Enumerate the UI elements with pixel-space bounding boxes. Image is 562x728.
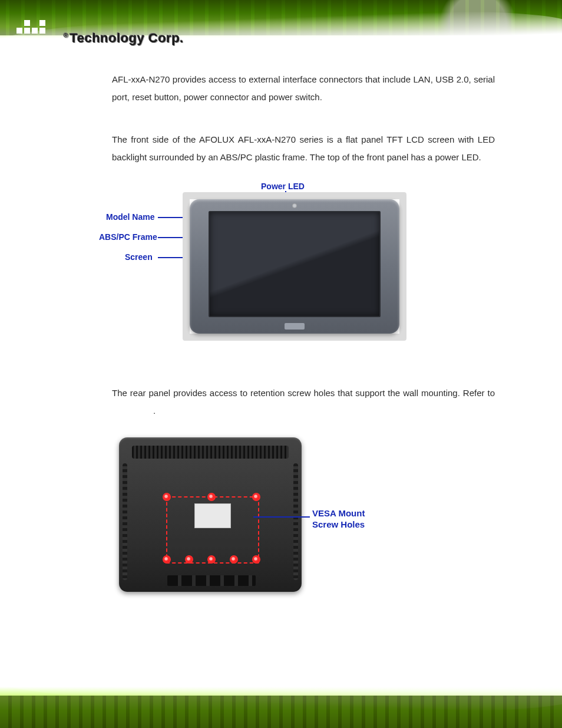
device-badge — [285, 323, 305, 330]
callout-vesa-line1: VESA Mount — [312, 508, 365, 518]
brand-name: ®Technology Corp. — [64, 31, 184, 46]
front-panel-figure: Power LED Model Name ABS/PC Frame Screen — [112, 184, 495, 349]
rear-panel-figure: VESA Mount Screw Holes — [112, 437, 495, 614]
footer-banner — [0, 669, 562, 728]
front-panel-paragraph: The front side of the AFOLUX AFL-xxA-N27… — [112, 131, 495, 166]
device-screen — [209, 211, 381, 317]
callout-vesa-line2: Screw Holes — [312, 519, 365, 529]
screw-hole-icon — [207, 555, 216, 564]
callout-screen: Screen — [125, 252, 153, 262]
front-panel-illustration — [183, 192, 406, 341]
screw-hole-icon — [163, 555, 171, 564]
screw-hole-icon — [252, 555, 260, 564]
screw-hole-icon — [207, 493, 216, 501]
body-content: AFL-xxA-N270 provides access to external… — [112, 71, 495, 638]
vent-strip — [132, 446, 289, 459]
brand-logo — [16, 20, 45, 34]
header-banner: ®Technology Corp. — [0, 0, 562, 59]
screw-hole-icon — [252, 493, 260, 501]
io-ports — [167, 575, 256, 586]
screw-hole-icon — [185, 555, 193, 564]
spec-label — [194, 503, 231, 528]
rear-paragraph-text: The rear panel provides access to retent… — [112, 388, 495, 398]
callout-vesa: VESA Mount Screw Holes — [312, 508, 365, 531]
power-led-icon — [292, 203, 297, 208]
rear-panel-paragraph: The rear panel provides access to retent… — [112, 384, 495, 420]
callout-model-name: Model Name — [106, 212, 154, 222]
rear-paragraph-tail: . — [153, 406, 156, 416]
side-rail-right — [293, 463, 298, 580]
document-page: ®Technology Corp. AFL-xxA-N270 provides … — [0, 0, 562, 728]
brand-name-text: Technology Corp. — [70, 31, 184, 45]
screw-hole-icon — [230, 555, 238, 564]
registered-mark: ® — [64, 32, 69, 39]
callout-power-led: Power LED — [261, 182, 305, 191]
logo-icon — [16, 20, 45, 34]
vesa-plate — [166, 496, 259, 564]
side-rail-left — [123, 463, 127, 580]
pcb-texture — [0, 696, 562, 728]
intro-paragraph: AFL-xxA-N270 provides access to external… — [112, 71, 495, 106]
leader-line — [253, 516, 310, 518]
rear-panel-illustration — [119, 437, 302, 592]
screw-hole-icon — [163, 493, 171, 501]
device-bezel — [190, 199, 399, 334]
callout-frame: ABS/PC Frame — [99, 232, 157, 242]
